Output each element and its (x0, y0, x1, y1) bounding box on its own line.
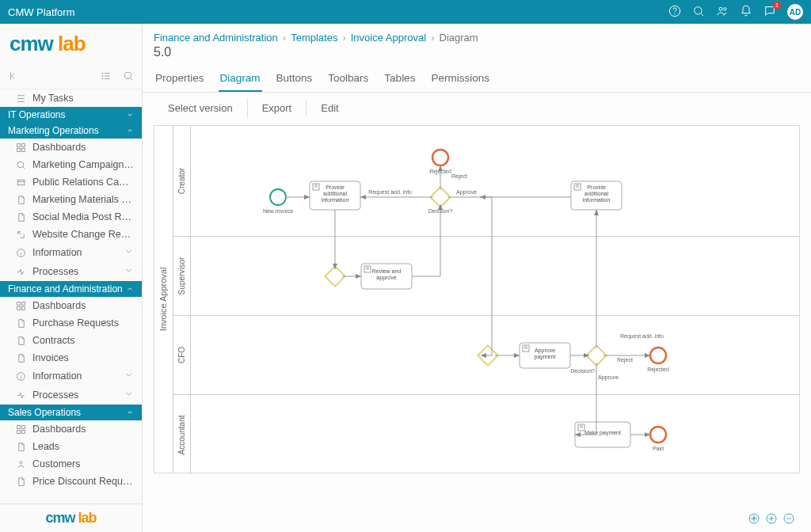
topbar: CMW Platform AD (0, 0, 811, 24)
breadcrumb-item[interactable]: Finance and Administration (154, 32, 278, 44)
breadcrumb-item[interactable]: Templates (291, 32, 337, 44)
svg-text:payment: payment (535, 354, 556, 360)
help-icon[interactable] (668, 5, 681, 20)
sidebar: cmw lab My TasksIT OperationsMarketing O… (0, 24, 143, 532)
svg-point-7 (102, 78, 103, 79)
nav-item[interactable]: Dashboards (0, 139, 142, 156)
diagram-toolbar: Select versionExportEdit (143, 93, 811, 117)
svg-text:Paid: Paid (653, 446, 664, 451)
svg-rect-11 (17, 148, 21, 151)
svg-text:Approve: Approve (535, 348, 555, 354)
sidebar-footer-logo: cmw lab (0, 504, 142, 532)
svg-text:New Invoice: New Invoice (263, 208, 293, 214)
svg-text:additional: additional (584, 191, 608, 196)
people-icon[interactable] (716, 5, 729, 20)
svg-rect-59 (586, 345, 606, 365)
svg-text:Reject: Reject (451, 173, 467, 180)
tab-tables[interactable]: Tables (383, 66, 417, 92)
svg-text:Rejected: Rejected (647, 367, 669, 373)
lane-label: Supervisor (173, 237, 191, 315)
pool-label: Invoice Approval (154, 126, 173, 473)
svg-rect-23 (17, 430, 21, 433)
search-nav-icon[interactable] (123, 70, 134, 84)
svg-point-64 (650, 348, 666, 363)
tab-toolbars[interactable]: Toolbars (326, 66, 370, 92)
toolbar-edit[interactable]: Edit (307, 99, 352, 117)
nav-item[interactable]: Leads (0, 438, 142, 455)
svg-point-3 (719, 7, 722, 10)
nav-my-tasks[interactable]: My Tasks (0, 89, 142, 107)
svg-text:Provide: Provide (587, 184, 606, 190)
bell-icon[interactable] (740, 5, 752, 20)
svg-rect-16 (17, 302, 21, 305)
svg-rect-34 (430, 187, 450, 207)
svg-text:information: information (583, 197, 611, 203)
svg-point-1 (675, 13, 676, 14)
svg-rect-22 (22, 425, 25, 428)
svg-point-8 (124, 72, 131, 78)
svg-point-4 (724, 7, 726, 10)
nav-item[interactable]: Public Relations Campaig... (0, 173, 142, 191)
svg-point-13 (17, 162, 24, 168)
list-icon[interactable] (101, 70, 112, 84)
breadcrumb: Finance and Administration›Templates›Inv… (143, 24, 811, 44)
nav-item[interactable]: Processes (0, 386, 142, 405)
nav-item[interactable]: Invoices (0, 349, 142, 367)
svg-rect-10 (22, 143, 25, 146)
tabs: PropertiesDiagramButtonsToolbarsTablesPe… (143, 66, 811, 93)
diagram-canvas[interactable]: Invoice ApprovalCreatorSupervisorCFOAcco… (154, 125, 800, 473)
svg-rect-47 (325, 266, 345, 286)
version: 5.0 (143, 44, 811, 66)
tab-properties[interactable]: Properties (154, 66, 206, 92)
svg-text:Request add. info: Request add. info (368, 189, 412, 196)
toolbar-export[interactable]: Export (248, 99, 307, 117)
tab-permissions[interactable]: Permissions (429, 66, 491, 92)
svg-text:information: information (322, 197, 349, 203)
svg-text:Approve: Approve (598, 374, 619, 381)
back-icon[interactable] (8, 70, 19, 84)
svg-rect-19 (22, 306, 25, 310)
zoom-fit-icon[interactable] (748, 512, 760, 527)
nav-item[interactable]: Website Change Requests (0, 226, 142, 243)
svg-rect-14 (17, 180, 25, 185)
breadcrumb-item[interactable]: Invoice Approval (351, 32, 426, 44)
messages-icon[interactable] (763, 5, 776, 20)
nav-item[interactable]: Information (0, 367, 142, 386)
nav-item[interactable]: Contracts (0, 332, 142, 349)
lane-label: Creator (173, 126, 191, 236)
avatar[interactable]: AD (787, 4, 803, 20)
nav-item[interactable]: Dashboards (0, 297, 142, 314)
main: Finance and Administration›Templates›Inv… (143, 24, 811, 532)
tab-diagram[interactable]: Diagram (219, 66, 262, 92)
nav-section-finance-and-administration[interactable]: Finance and Administration (0, 281, 142, 297)
nav-section-it-operations[interactable]: IT Operations (0, 107, 142, 123)
nav-section-sales-operations[interactable]: Sales Operations (0, 405, 142, 420)
svg-text:Approve: Approve (456, 189, 477, 196)
tab-buttons[interactable]: Buttons (275, 66, 314, 92)
nav-item[interactable]: Processes (0, 262, 142, 281)
svg-rect-18 (17, 306, 21, 310)
svg-rect-12 (22, 148, 25, 151)
nav-item[interactable]: Marketing Campaign Req... (0, 156, 142, 173)
zoom-out-icon[interactable] (782, 512, 795, 527)
nav-item[interactable]: Social Media Post Requests (0, 208, 142, 226)
nav-item[interactable]: Purchase Requests (0, 314, 142, 332)
toolbar-select-version[interactable]: Select version (154, 99, 248, 117)
zoom-in-icon[interactable] (765, 512, 778, 527)
lane-label: CFO (173, 316, 191, 394)
svg-rect-17 (22, 302, 25, 305)
diagram-svg: New InvoiceProvideadditionalinformationD… (191, 126, 799, 473)
nav-item[interactable]: Price Discount Requests (0, 473, 142, 490)
nav-item[interactable]: Marketing Materials Requ... (0, 191, 142, 208)
nav-item[interactable]: Information (0, 243, 142, 262)
svg-point-26 (270, 189, 286, 205)
nav-item[interactable]: Dashboards (0, 420, 142, 438)
svg-point-39 (432, 150, 448, 165)
nav-item[interactable]: Customers (0, 455, 142, 473)
svg-point-5 (102, 73, 103, 74)
svg-rect-21 (17, 425, 21, 428)
nav-section-marketing-operations[interactable]: Marketing Operations (0, 123, 142, 139)
svg-rect-9 (17, 143, 21, 146)
lane-label: Accountant (173, 395, 191, 474)
search-icon[interactable] (692, 5, 705, 20)
